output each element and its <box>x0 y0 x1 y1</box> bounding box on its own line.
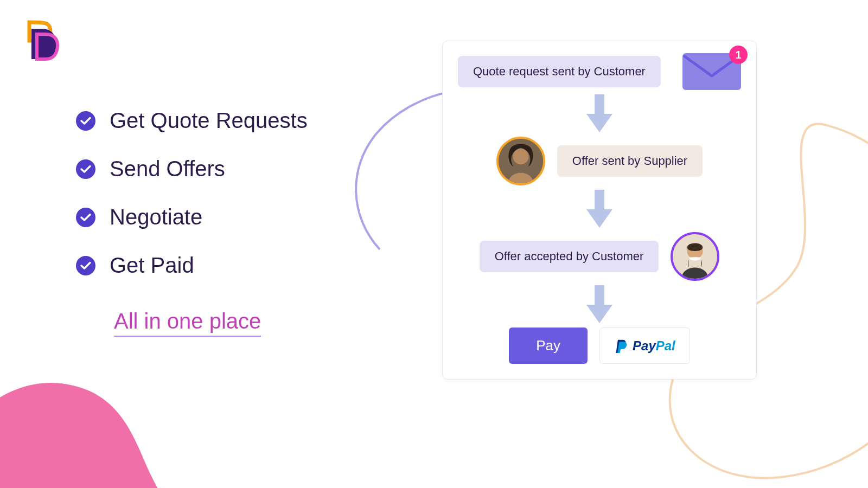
step-pill: Quote request sent by Customer <box>458 56 661 87</box>
supplier-avatar <box>496 137 545 185</box>
step-pill: Offer accepted by Customer <box>480 241 659 272</box>
feature-list: Get Quote Requests Send Offers Negotiate… <box>76 108 308 337</box>
check-circle-icon <box>76 208 95 227</box>
svg-point-6 <box>513 149 528 164</box>
customer-avatar <box>671 232 719 281</box>
flow-step-3: Offer accepted by Customer <box>458 232 741 281</box>
decorative-blob-pink <box>0 369 184 488</box>
flow-step-1: Quote request sent by Customer 1 <box>458 53 741 90</box>
feature-item: Get Quote Requests <box>76 108 308 133</box>
paypal-icon <box>614 339 628 353</box>
flow-step-2: Offer sent by Supplier <box>458 137 741 185</box>
feature-label: Negotiate <box>110 205 202 229</box>
step-pill: Offer sent by Supplier <box>557 145 703 177</box>
arrow-down-icon <box>458 285 741 323</box>
svg-point-0 <box>76 111 95 131</box>
feature-item: Send Offers <box>76 157 308 181</box>
svg-point-3 <box>76 256 95 275</box>
feature-label: Get Quote Requests <box>110 108 308 133</box>
feature-item: Negotiate <box>76 205 308 229</box>
paypal-button[interactable]: PayPal <box>599 328 690 364</box>
notification-badge: 1 <box>729 46 748 64</box>
paypal-label: PayPal <box>633 338 675 354</box>
arrow-down-icon <box>458 94 741 132</box>
svg-point-2 <box>76 208 95 227</box>
arrow-down-icon <box>458 190 741 228</box>
pay-button[interactable]: Pay <box>509 328 588 364</box>
check-circle-icon <box>76 256 95 275</box>
svg-point-1 <box>76 159 95 179</box>
feature-label: Send Offers <box>110 157 225 181</box>
tagline-text: All in one place <box>114 309 261 337</box>
check-circle-icon <box>76 111 95 131</box>
check-circle-icon <box>76 159 95 179</box>
feature-item: Get Paid <box>76 253 308 278</box>
payment-row: Pay PayPal <box>458 328 741 364</box>
brand-logo <box>22 19 65 62</box>
feature-label: Get Paid <box>110 253 194 278</box>
envelope-icon: 1 <box>682 53 741 90</box>
workflow-card: Quote request sent by Customer 1 Offer s… <box>442 41 757 380</box>
